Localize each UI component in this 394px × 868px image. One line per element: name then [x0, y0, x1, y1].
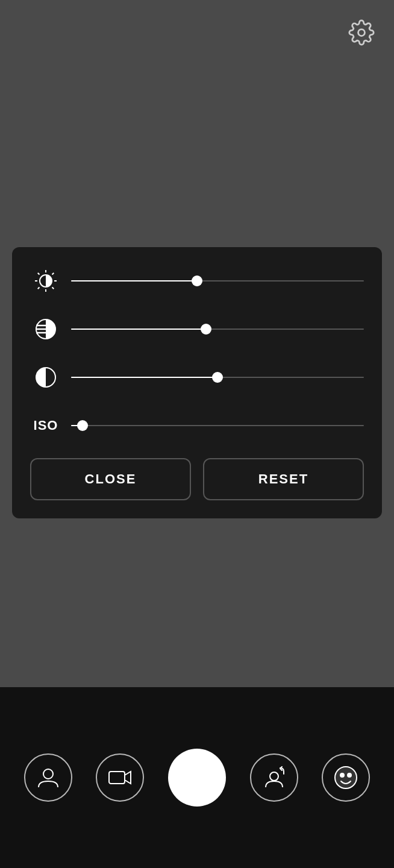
bottom-toolbar — [0, 687, 394, 868]
iso-label: ISO — [30, 410, 61, 441]
svg-point-20 — [348, 773, 351, 777]
brightness-slider[interactable] — [71, 280, 364, 282]
close-button[interactable]: CLOSE — [30, 458, 191, 500]
video-button[interactable] — [96, 753, 144, 802]
svg-point-19 — [340, 773, 344, 777]
svg-line-7 — [52, 288, 54, 289]
haze-slider[interactable] — [71, 328, 364, 330]
capture-button[interactable] — [168, 749, 226, 807]
panel-buttons: CLOSE RESET — [30, 458, 364, 500]
svg-rect-16 — [109, 772, 125, 784]
portrait-button[interactable] — [24, 753, 72, 802]
contrast-slider[interactable] — [71, 376, 364, 379]
iso-row: ISO — [30, 410, 364, 441]
svg-point-0 — [358, 30, 365, 36]
contrast-icon — [30, 362, 61, 393]
gallery-button[interactable] — [322, 753, 370, 802]
svg-line-9 — [38, 288, 40, 289]
svg-line-8 — [52, 273, 54, 275]
iso-slider[interactable] — [71, 424, 364, 427]
brightness-icon — [30, 265, 61, 297]
svg-line-6 — [38, 273, 40, 275]
svg-point-15 — [43, 769, 53, 779]
controls-panel: ISO CLOSE RESET — [12, 247, 382, 518]
haze-icon — [30, 313, 61, 345]
contrast-row — [30, 362, 364, 393]
settings-button[interactable] — [346, 17, 377, 48]
camera-view: ISO CLOSE RESET — [0, 0, 394, 687]
brightness-row — [30, 265, 364, 297]
selfie-button[interactable] — [250, 753, 298, 802]
svg-point-18 — [335, 767, 357, 788]
haze-row — [30, 313, 364, 345]
svg-point-17 — [270, 772, 278, 781]
reset-button[interactable]: RESET — [203, 458, 364, 500]
